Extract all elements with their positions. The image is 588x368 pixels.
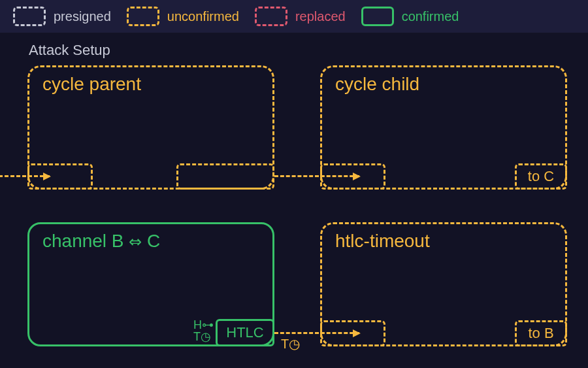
legend-item-presigned: presigned bbox=[13, 7, 111, 26]
subbox-child-in bbox=[320, 163, 385, 190]
box-channel-bc: channel B ⇔ C HTLC bbox=[27, 222, 274, 346]
arrow-into-parent bbox=[0, 175, 50, 177]
swatch-replaced bbox=[255, 7, 287, 26]
swatch-unconfirmed bbox=[127, 7, 159, 26]
box-cycle-child: cycle child to C bbox=[320, 65, 567, 190]
label-to-c: to C bbox=[528, 168, 554, 185]
box-title-htlc-timeout: htlc-timeout bbox=[335, 231, 430, 252]
double-arrow-icon: ⇔ bbox=[129, 233, 142, 250]
legend-label-unconfirmed: unconfirmed bbox=[167, 9, 239, 24]
swatch-presigned bbox=[13, 7, 46, 26]
hash-annotation: H⊶ bbox=[193, 319, 214, 331]
section-title: Attack Setup bbox=[29, 42, 110, 59]
box-title-channel-bc: channel B ⇔ C bbox=[42, 231, 160, 252]
legend-bar: presigned unconfirmed replaced confirmed bbox=[0, 0, 588, 33]
label-htlc: HTLC bbox=[226, 324, 263, 341]
time-annotation: T◷ bbox=[193, 331, 214, 343]
box-title-cycle-parent: cycle parent bbox=[42, 74, 141, 95]
box-title-cycle-child: cycle child bbox=[335, 74, 419, 95]
channel-title-post: C bbox=[147, 231, 160, 251]
swatch-confirmed bbox=[361, 7, 394, 26]
channel-title-pre: channel B bbox=[42, 231, 124, 251]
legend-item-unconfirmed: unconfirmed bbox=[127, 7, 239, 26]
subbox-htlc: HTLC bbox=[216, 319, 274, 346]
legend-item-replaced: replaced bbox=[255, 7, 346, 26]
legend-label-confirmed: confirmed bbox=[402, 9, 459, 24]
htlc-annotations: H⊶ T◷ bbox=[193, 319, 214, 343]
subbox-parent-out bbox=[176, 163, 274, 190]
box-cycle-parent: cycle parent bbox=[27, 65, 274, 190]
legend-label-replaced: replaced bbox=[295, 9, 346, 24]
subbox-timeout-in bbox=[320, 320, 385, 346]
legend-item-confirmed: confirmed bbox=[361, 7, 459, 26]
box-htlc-timeout: htlc-timeout to B bbox=[320, 222, 567, 346]
subbox-timeout-out: to B bbox=[515, 320, 567, 346]
timeout-edge-label: T◷ bbox=[281, 336, 300, 352]
legend-label-presigned: presigned bbox=[54, 9, 111, 24]
label-to-b: to B bbox=[528, 325, 553, 342]
subbox-child-out: to C bbox=[515, 163, 567, 190]
